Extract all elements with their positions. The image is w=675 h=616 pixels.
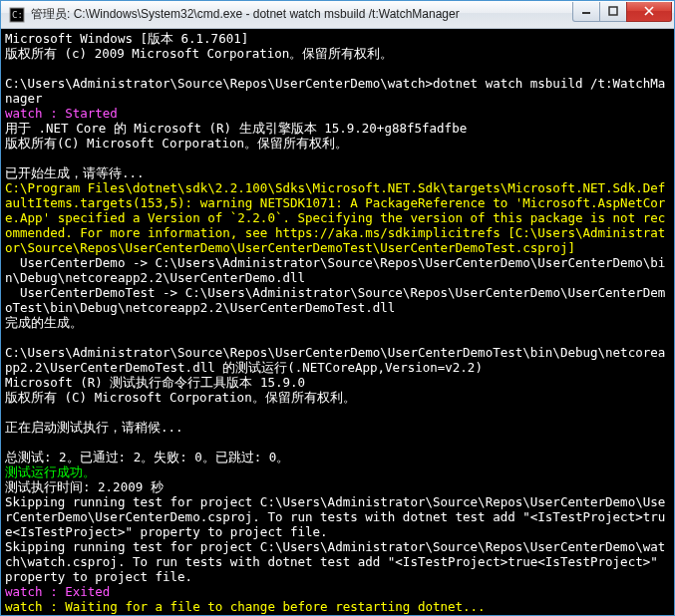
console-line: 版权所有 (c) 2009 Microsoft Corporation。保留所有… — [5, 46, 670, 61]
console-line: UserCenterDemoTest -> C:\Users\Administr… — [5, 285, 670, 315]
console-line: 版权所有 (C) Microsoft Corporation。保留所有权利。 — [5, 390, 670, 405]
console-line: C:\Program Files\dotnet\sdk\2.2.100\Sdks… — [5, 180, 670, 255]
console-line: 总测试: 2。已通过: 2。失败: 0。已跳过: 0。 — [5, 450, 670, 464]
console-line — [5, 330, 670, 345]
close-button[interactable] — [626, 2, 672, 22]
console-line: watch : Started — [5, 106, 670, 121]
console-line — [5, 61, 670, 76]
window-controls — [573, 2, 672, 22]
minimize-button[interactable] — [572, 2, 600, 22]
svg-text:C:: C: — [12, 10, 23, 20]
console-line: 完成的生成。 — [5, 315, 670, 330]
console-line: Skipping running test for project C:\Use… — [5, 539, 670, 584]
console-output[interactable]: Microsoft Windows [版本 6.1.7601]版权所有 (c) … — [1, 29, 674, 615]
console-line: 测试运行成功。 — [5, 464, 670, 479]
svg-rect-2 — [582, 12, 590, 14]
titlebar[interactable]: C: 管理员: C:\Windows\System32\cmd.exe - do… — [1, 1, 674, 29]
svg-rect-3 — [609, 7, 617, 15]
console-line: 版权所有(C) Microsoft Corporation。保留所有权利。 — [5, 136, 670, 151]
minimize-icon — [581, 6, 591, 16]
console-line: Microsoft Windows [版本 6.1.7601] — [5, 31, 670, 46]
console-line: UserCenterDemo -> C:\Users\Administrator… — [5, 255, 670, 285]
maximize-button[interactable] — [599, 2, 627, 22]
console-line — [5, 151, 670, 165]
console-line: Microsoft (R) 测试执行命令行工具版本 15.9.0 — [5, 375, 670, 390]
app-icon: C: — [7, 5, 27, 25]
console-line: Skipping running test for project C:\Use… — [5, 494, 670, 539]
console-line: 正在启动测试执行，请稍候... — [5, 420, 670, 435]
console-line: C:\Users\Administrator\Source\Repos\User… — [5, 76, 670, 106]
console-line: C:\Users\Administrator\Source\Repos\User… — [5, 345, 670, 375]
console-line: 已开始生成，请等待... — [5, 165, 670, 180]
app-window: C: 管理员: C:\Windows\System32\cmd.exe - do… — [0, 0, 675, 616]
console-line: 用于 .NET Core 的 Microsoft (R) 生成引擎版本 15.9… — [5, 121, 670, 136]
console-line: watch : Waiting for a file to change bef… — [5, 599, 670, 614]
console-line: watch : Exited — [5, 584, 670, 599]
console-line — [5, 435, 670, 450]
console-line — [5, 405, 670, 420]
maximize-icon — [608, 6, 618, 16]
window-title: 管理员: C:\Windows\System32\cmd.exe - dotne… — [31, 6, 573, 23]
console-line: 测试执行时间: 2.2009 秒 — [5, 479, 670, 494]
close-icon — [643, 6, 655, 16]
